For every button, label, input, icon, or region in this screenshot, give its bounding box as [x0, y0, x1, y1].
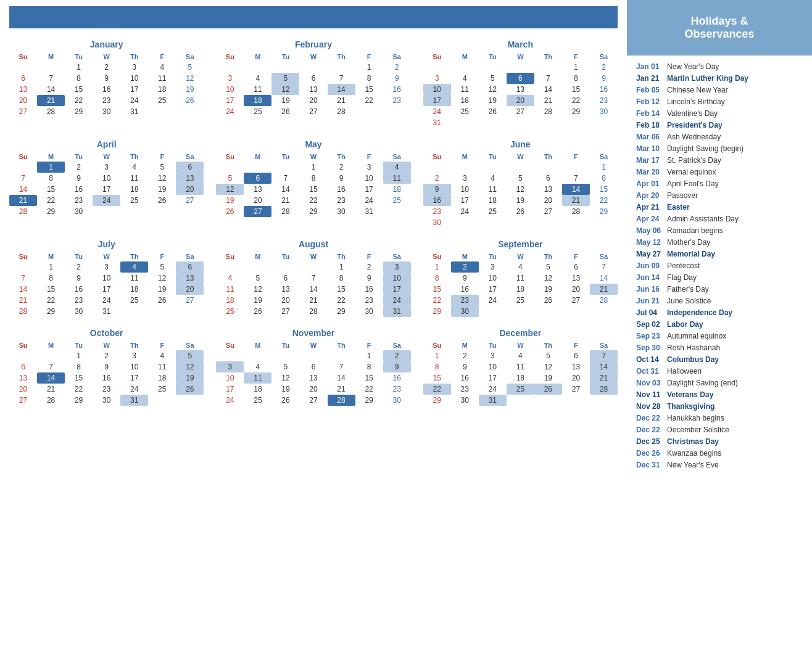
- day-header: Sa: [590, 52, 618, 62]
- calendar-day: 31: [120, 395, 148, 406]
- calendar-day: [176, 395, 204, 406]
- calendar-day: 16: [65, 184, 93, 195]
- calendar-day: 14: [37, 84, 65, 95]
- holiday-item: Apr 01April Fool's Day: [636, 178, 803, 189]
- day-header: W: [507, 52, 534, 62]
- calendar-day: 4: [507, 261, 534, 273]
- calendar-day: 5: [176, 62, 204, 73]
- calendar-day: [148, 306, 176, 317]
- day-header: Th: [534, 340, 562, 350]
- calendar-day: 18: [120, 284, 148, 295]
- calendar-day: 29: [590, 206, 618, 217]
- calendar-day: 11: [244, 84, 271, 95]
- calendar-day: 10: [93, 273, 120, 284]
- calendar-day: 8: [423, 273, 451, 284]
- calendar-day: 19: [216, 195, 244, 206]
- calendar-day: 30: [93, 106, 120, 117]
- holiday-item: Jun 09Pentecost: [636, 260, 803, 271]
- calendar-day: 17: [479, 284, 507, 295]
- calendar-day: 3: [383, 261, 411, 273]
- holiday-name: St. Patrick's Day: [667, 156, 721, 165]
- day-header: W: [299, 252, 327, 261]
- calendar-day: 5: [534, 350, 562, 361]
- calendar-day: 27: [562, 384, 590, 395]
- main-container: JanuarySuMTuWThFSa1234567891011121314151…: [0, 0, 812, 666]
- holiday-date: Nov 03: [636, 379, 667, 387]
- holiday-name: Ramadan begins: [667, 226, 723, 235]
- calendar-day: 20: [299, 384, 327, 395]
- holiday-name: Flag Day: [667, 273, 697, 282]
- calendar-section: JanuarySuMTuWThFSa1234567891011121314151…: [0, 0, 627, 666]
- calendar-day: 14: [271, 184, 299, 195]
- calendar-day: 30: [383, 395, 411, 406]
- calendar-day: [9, 350, 37, 361]
- calendar-day: [479, 62, 507, 73]
- calendar-day: 9: [451, 361, 479, 372]
- calendar-day: 2: [383, 350, 411, 361]
- calendar-day: 30: [590, 106, 618, 117]
- calendar-day: [9, 62, 37, 73]
- calendar-day: 14: [562, 184, 590, 195]
- calendar-day: 22: [37, 195, 65, 206]
- calendar-day: 17: [120, 84, 148, 95]
- calendar-day: 15: [355, 84, 383, 95]
- calendar-day: 7: [562, 173, 590, 184]
- calendar-day: 8: [299, 173, 327, 184]
- holiday-name: Christmas Day: [667, 437, 719, 446]
- day-header: W: [93, 152, 120, 162]
- calendar-day: 27: [9, 395, 37, 406]
- month-block: NovemberSuMTuWThFSa123456789101112131415…: [216, 328, 410, 406]
- calendar-day: 30: [65, 306, 93, 317]
- calendar-day: 23: [590, 95, 618, 106]
- calendar-day: 24: [93, 295, 120, 306]
- calendar-day: 27: [9, 106, 37, 117]
- calendar-day: 5: [244, 273, 271, 284]
- holiday-date: Dec 31: [636, 461, 667, 469]
- holiday-name: New Year's Eve: [667, 461, 719, 469]
- calendar-day: 18: [216, 295, 244, 306]
- month-title: January: [9, 39, 204, 49]
- calendar-day: [590, 306, 618, 317]
- calendar-day: 7: [271, 173, 299, 184]
- calendar-day: [93, 206, 120, 217]
- calendar-day: 1: [423, 261, 451, 273]
- calendar-day: 20: [562, 284, 590, 295]
- calendar-day: 12: [479, 84, 507, 95]
- calendar-day: [562, 162, 590, 173]
- calendar-day: [451, 62, 479, 73]
- calendar-day: 18: [148, 372, 176, 384]
- calendar-day: 11: [451, 84, 479, 95]
- month-block: MaySuMTuWThFSa12345678910111213141516171…: [216, 139, 410, 228]
- holiday-name: Columbus Day: [667, 355, 719, 364]
- calendar-day: 16: [383, 84, 411, 95]
- calendar-day: 1: [37, 261, 65, 273]
- day-header: Th: [120, 52, 148, 62]
- calendar-day: 22: [299, 195, 327, 206]
- day-header: F: [148, 152, 176, 162]
- calendar-day: 26: [534, 384, 562, 395]
- calendar-day: 6: [507, 73, 534, 84]
- calendar-day: [176, 206, 204, 217]
- calendar-day: [148, 106, 176, 117]
- month-block: JulySuMTuWThFSa1234567891011121314151617…: [9, 239, 204, 317]
- day-header: Su: [216, 252, 244, 261]
- day-header: F: [148, 252, 176, 261]
- holiday-name: Mother's Day: [667, 238, 710, 247]
- day-header: M: [37, 52, 65, 62]
- calendar-day: 26: [244, 306, 271, 317]
- calendar-day: 29: [328, 306, 355, 317]
- calendar-day: 15: [423, 284, 451, 295]
- calendar-day: [562, 306, 590, 317]
- calendar-day: 26: [176, 95, 204, 106]
- calendar-day: 10: [423, 84, 451, 95]
- calendar-day: 20: [9, 384, 37, 395]
- calendar-day: 30: [355, 306, 383, 317]
- calendar-day: 4: [120, 261, 148, 273]
- calendar-day: 16: [451, 284, 479, 295]
- calendar-day: 2: [423, 173, 451, 184]
- calendar-day: [244, 261, 271, 273]
- calendar-day: 30: [451, 395, 479, 406]
- day-header: Sa: [176, 152, 204, 162]
- month-title: May: [216, 139, 410, 149]
- calendar-day: 12: [216, 184, 244, 195]
